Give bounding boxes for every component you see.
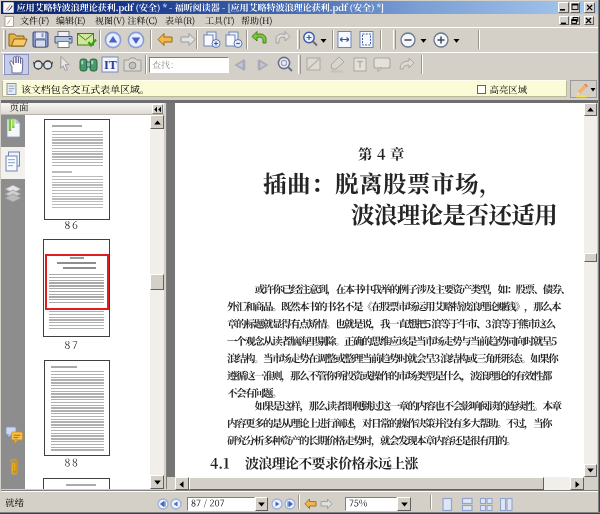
svg-text:IT: IT <box>104 58 117 72</box>
